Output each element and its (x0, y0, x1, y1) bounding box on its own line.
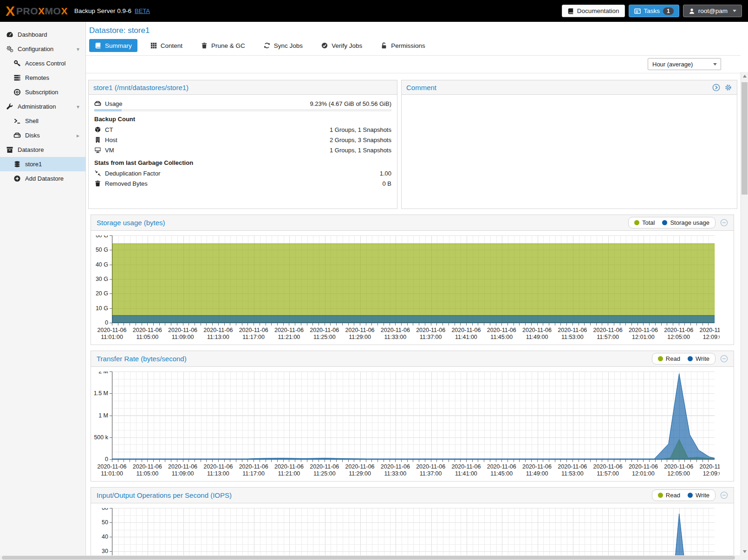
user-menu-button[interactable]: root@pam (683, 5, 742, 17)
brand-letter: M (45, 6, 53, 17)
wrench-icon (6, 103, 13, 110)
legend-dot-icon (658, 356, 663, 361)
legend-item-read[interactable]: Read (658, 355, 680, 362)
chevron-down-icon[interactable]: ▾ (77, 46, 85, 52)
scroll-down-arrow[interactable] (743, 550, 747, 553)
tab-label: Prune & GC (211, 42, 245, 49)
chart-series-svg (112, 508, 715, 560)
tab-permissions[interactable]: Permissions (375, 39, 431, 52)
y-axis-label: 40 (91, 534, 108, 540)
tab-bar: SummaryContentPrune & GCSync JobsVerify … (86, 36, 741, 56)
sidebar-item-access-control[interactable]: Access Control (0, 56, 85, 71)
book-icon (567, 8, 574, 14)
x-axis-ticks (112, 460, 714, 462)
trash-icon (94, 180, 101, 187)
y-axis-ticks (110, 371, 112, 460)
documentation-label: Documentation (577, 7, 619, 14)
chevron-right-icon[interactable]: ▸ (77, 132, 85, 139)
y-axis-label: 1.5 M (91, 390, 108, 397)
chevron-down-icon[interactable]: ▾ (77, 104, 85, 110)
sidebar-item-disks[interactable]: Disks▸ (0, 128, 85, 143)
panel-title: Comment (406, 84, 436, 91)
gear-icon[interactable] (724, 84, 732, 91)
horizontal-scrollbar[interactable] (0, 555, 748, 560)
top-header-bar: XPROXMOX Backup Server 0.9-6 BETA Docume… (0, 0, 748, 22)
tab-prune-gc[interactable]: Prune & GC (195, 39, 251, 52)
legend-item-write[interactable]: Write (688, 492, 709, 499)
unlock-icon (381, 42, 387, 49)
sidebar-item-administration[interactable]: Administration▾ (0, 99, 85, 114)
desktop-icon (94, 147, 101, 153)
sidebar-item-datastore[interactable]: Datastore (0, 143, 85, 157)
stat-value: 1 Groups, 1 Snapshots (330, 126, 391, 133)
product-name: Backup Server 0.9-6 (74, 7, 131, 14)
tab-content[interactable]: Content (145, 39, 188, 52)
sidebar-item-add-datastore[interactable]: Add Datastore (0, 171, 85, 186)
brand-letter: X (61, 6, 68, 17)
legend-item-total[interactable]: Total (634, 219, 655, 226)
brand-letter: R (23, 6, 31, 17)
documentation-button[interactable]: Documentation (562, 5, 625, 17)
timeframe-select[interactable]: Hour (average) (648, 58, 721, 70)
sidebar-item-remotes[interactable]: Remotes (0, 71, 85, 85)
proxmox-logo: XPROXMOX (6, 4, 68, 18)
sidebar-item-store1[interactable]: store1 (0, 157, 85, 171)
vertical-scrollbar (741, 22, 748, 555)
sidebar-item-label: Configuration (18, 46, 53, 52)
beta-link[interactable]: BETA (135, 7, 150, 14)
expand-chevron-circle-icon[interactable] (712, 84, 720, 91)
y-axis-label: 60 (91, 508, 108, 511)
usage-value: 9.23% (4.67 GiB of 50.56 GiB) (310, 100, 391, 107)
sidebar-item-shell[interactable]: Shell (0, 114, 85, 128)
sidebar-item-label: store1 (25, 161, 42, 168)
panel-title: store1 (/mnt/datastores/store1) (93, 84, 189, 91)
sidebar-item-label: Add Datastore (25, 175, 64, 182)
cube-icon (94, 126, 101, 133)
tasks-count-badge: 1 (663, 7, 674, 15)
tab-sync-jobs[interactable]: Sync Jobs (258, 39, 308, 52)
scrollbar-thumb[interactable] (741, 82, 748, 195)
chart-header: Storage usage (bytes)TotalStorage usage (91, 215, 734, 231)
usage-progressbar (94, 109, 391, 111)
collapse-chart-icon[interactable] (720, 355, 728, 363)
legend-item-write[interactable]: Write (688, 355, 709, 362)
brand-letter: O (53, 6, 61, 17)
collapse-chart-icon[interactable] (720, 491, 728, 499)
x-axis-ticks (112, 323, 714, 326)
gauge-icon (6, 31, 13, 38)
server-icon (13, 74, 21, 81)
scrollbar-track[interactable] (741, 72, 748, 555)
scrollbar-thumb[interactable] (2, 556, 735, 560)
sidebar-item-label: Disks (25, 132, 40, 139)
legend-item-storage-usage[interactable]: Storage usage (662, 219, 709, 226)
book-icon (95, 42, 101, 49)
chart-title: Input/Output Operations per Second (IOPS… (97, 491, 232, 499)
chart-clip: 60504030201002020-11-0611:01:002020-11-0… (91, 508, 720, 560)
chart-series-svg (112, 371, 715, 459)
x-axis-date: 2020-11-06 (693, 327, 720, 334)
sidebar-item-configuration[interactable]: Configuration▾ (0, 42, 85, 56)
page-title: Datastore: store1 (89, 26, 150, 35)
x-axis-labels: 2020-11-0611:01:002020-11-0611:05:002020… (112, 463, 714, 479)
timeframe-value: Hour (average) (652, 61, 693, 68)
stat-row-ct: CT1 Groups, 1 Snapshots (94, 124, 391, 135)
database-icon (13, 161, 21, 168)
proxmox-x-mark-icon: X (6, 4, 15, 18)
collapse-chart-icon[interactable] (720, 219, 728, 227)
comment-body[interactable] (402, 95, 737, 102)
sidebar-item-dashboard[interactable]: Dashboard (0, 27, 85, 42)
scroll-up-arrow[interactable] (743, 75, 747, 78)
chart-panel-storage-usage-bytes: Storage usage (bytes)TotalStorage usage6… (91, 215, 734, 345)
brand-letter: P (16, 6, 23, 17)
sidebar: DashboardConfiguration▾Access ControlRem… (0, 22, 86, 555)
user-icon (689, 8, 695, 14)
tasks-button[interactable]: Tasks 1 (629, 5, 679, 17)
legend-item-read[interactable]: Read (658, 492, 680, 499)
chart-body: 2 M1.5 M1 M500 k02020-11-0611:01:002020-… (91, 367, 734, 481)
backup-count-heading: Backup Count (94, 116, 391, 123)
stat-value: 2 Groups, 3 Snapshots (330, 137, 391, 143)
x-axis-time: 12:09:00 (693, 334, 720, 341)
tab-verify-jobs[interactable]: Verify Jobs (316, 39, 368, 52)
sidebar-item-subscription[interactable]: Subscription (0, 85, 85, 99)
tab-summary[interactable]: Summary (89, 39, 137, 52)
